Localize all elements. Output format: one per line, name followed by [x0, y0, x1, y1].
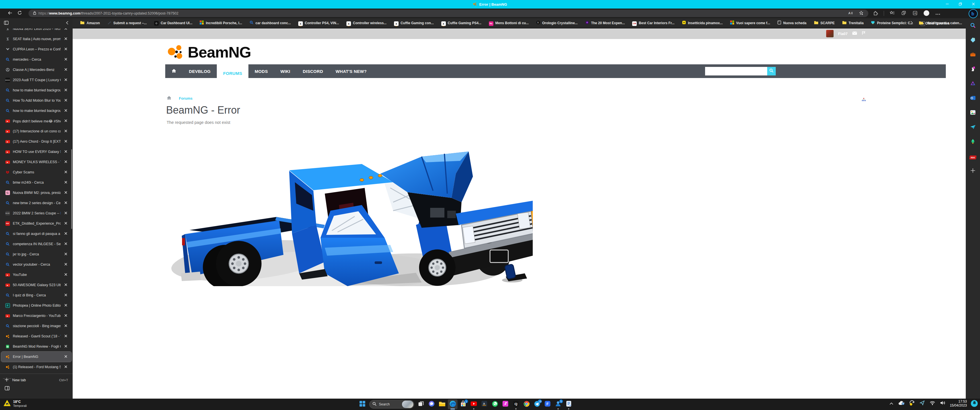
bookmark-item[interactable]: Nc Mens Bottoni di cu... [489, 20, 529, 26]
taskbar-youtube[interactable] [469, 399, 479, 409]
taskbar-files[interactable]: F [543, 399, 552, 409]
taskbar-file-explorer[interactable] [437, 399, 447, 409]
favorites-icon[interactable] [889, 10, 896, 16]
close-tab-icon[interactable] [64, 78, 68, 82]
close-tab-icon[interactable] [64, 47, 68, 51]
sidebar-tab[interactable]: SEAT Italia | Auto nuove, promozi... [1, 34, 72, 44]
bookmark-item[interactable]: Amazon [80, 21, 100, 25]
bookmark-item[interactable]: car dashboard conc... [250, 21, 291, 25]
close-tab-icon[interactable] [64, 160, 68, 164]
sidebar-tab[interactable]: Cyber Scams [1, 167, 72, 177]
taskbar-search[interactable]: Search [369, 400, 414, 408]
close-tab-icon[interactable] [64, 68, 68, 72]
close-tab-icon[interactable] [64, 150, 68, 154]
sidebar-tab[interactable]: Error | BeamNG [1, 352, 72, 362]
other-favorites-button[interactable]: Other favorites [919, 21, 950, 26]
close-tab-icon[interactable] [64, 99, 68, 103]
tab-actions-icon[interactable] [4, 21, 8, 26]
nav-item[interactable]: DISCORD [297, 64, 329, 78]
sidebar-tab[interactable]: PDF ETK_Distilled_Experience_Progett... [1, 218, 72, 229]
close-tab-icon[interactable] [64, 221, 68, 226]
username[interactable]: Fla07 [838, 32, 848, 36]
taskbar-amazon[interactable]: a [479, 399, 489, 409]
sidebar-tab[interactable]: competenza IN INLGESE - Search... [1, 239, 72, 249]
close-tab-icon[interactable] [64, 140, 68, 144]
bookmark-item[interactable]: Vuoi sapere come f... [730, 21, 770, 25]
bookmark-item[interactable]: Trenitalia [842, 21, 864, 25]
close-tab-icon[interactable] [64, 324, 68, 328]
collapse-pane-icon[interactable] [66, 21, 68, 26]
start-button[interactable] [358, 399, 367, 409]
sidebar-drop[interactable] [969, 124, 977, 131]
bookmark-item[interactable]: CB Best Car Interiors Fr... [632, 20, 674, 26]
close-tab-icon[interactable] [64, 252, 68, 256]
sidebar-tab[interactable]: P Photopea | Online Photo Editor [1, 300, 72, 311]
bookmark-item[interactable]: a‿ Controller PS4, VIN... [298, 21, 339, 26]
sidebar-add-to-sidebar[interactable] [969, 167, 977, 175]
sidebar-tab[interactable]: I quiz di Bing - Cerca [1, 290, 72, 300]
sidebar-tab[interactable]: ▶ MONEY TALKS WIRELESS - YouTu... [1, 157, 72, 167]
close-button[interactable] [967, 0, 980, 8]
minimize-button[interactable] [941, 0, 954, 8]
sidebar-tab[interactable]: USE Gavril Scout ('18 - '24) [1, 372, 72, 372]
close-tab-icon[interactable] [64, 191, 68, 195]
refresh-button[interactable] [15, 10, 24, 17]
bookmark-item[interactable]: Nuova scheda [778, 21, 806, 25]
extensions-icon[interactable] [872, 10, 878, 16]
sidebar-tab[interactable]: si fanno gli auguri di pasqua a u... [1, 229, 72, 239]
close-tab-icon[interactable] [64, 37, 68, 41]
sidebar-tab[interactable]: (1) Released - Ford Mustang S55... [1, 362, 72, 372]
sidebar-search[interactable] [969, 22, 977, 30]
sidebar-tab[interactable]: how to make blurried backgroun... [1, 106, 72, 116]
taskbar-task-view[interactable] [416, 399, 426, 409]
sidebar-tab[interactable]: BeamNG Mod Review - Fogli Goo... [1, 342, 72, 352]
close-tab-icon[interactable] [64, 304, 68, 308]
sidebar-tab[interactable]: CUPRA Leon – Prezzo e Configur... [1, 44, 72, 54]
weather-widget[interactable]: 18°C Temporali [3, 400, 27, 408]
sidebar-tab[interactable]: bmw m240i - Cerca [1, 177, 72, 188]
location-icon[interactable] [919, 400, 925, 407]
tray-overflow-icon[interactable] [888, 400, 894, 407]
bookmark-item[interactable]: a‿ Controller wireless... [347, 21, 387, 26]
restore-button[interactable] [954, 0, 967, 8]
inbox-icon[interactable] [852, 31, 857, 36]
close-tab-icon[interactable] [64, 88, 68, 92]
add-favorite-icon[interactable] [858, 10, 864, 16]
sidebar-tab[interactable]: vector youtuber - Cerca [1, 259, 72, 270]
forum-search-button[interactable] [767, 67, 776, 75]
beamng-logo[interactable]: BeamNG [167, 43, 251, 62]
close-tab-icon[interactable] [64, 334, 68, 338]
quick-navigation-icon[interactable] [862, 97, 866, 103]
notification-bell-icon[interactable] [971, 400, 978, 407]
taskbar-clock[interactable]: 17:53 15/04/2023 [950, 399, 967, 407]
bookmark-item[interactable]: The 20 Most Expen... [585, 21, 625, 25]
taskbar-microsoft-store[interactable]: 1 [458, 399, 468, 409]
alerts-flag-icon[interactable] [862, 31, 865, 36]
sidebar-tab[interactable]: G Nuova BMW M2: prova, prestazio... [1, 188, 72, 198]
sidebar-tab[interactable]: ▶ (17) Aero Chord - Drop It [EXTRE... [1, 137, 72, 147]
nav-item[interactable]: DEVBLOG [183, 64, 217, 78]
sidebar-tab[interactable]: ▶ HOW TO use EVERY Galaxy S23 c... [1, 147, 72, 157]
taskbar-whatsapp[interactable] [490, 399, 500, 409]
close-tab-icon[interactable] [64, 314, 68, 318]
collections-icon[interactable] [900, 10, 907, 16]
sidebar-tab[interactable]: ▶ Pops didn't believe me😂 #Shor... [1, 116, 72, 126]
bookmark-item[interactable]: S Orologio Crystalline... [536, 21, 578, 25]
sidebar-games[interactable] [969, 66, 977, 73]
taskbar-forza[interactable] [501, 399, 510, 409]
close-tab-icon[interactable] [64, 345, 68, 349]
taskbar-telegram[interactable]: 19 [532, 399, 542, 409]
sidebar-shopping[interactable] [969, 37, 977, 44]
close-tab-icon[interactable] [64, 57, 68, 62]
bookmark-item[interactable]: Proteine Semplici: C... [871, 21, 913, 25]
bookmark-item[interactable]: a‿ Cuffie Gaming con... [394, 21, 434, 26]
close-tab-icon[interactable] [64, 129, 68, 133]
sidebar-tab[interactable]: stazione peccioli - Bing images [1, 321, 72, 331]
close-tab-icon[interactable] [64, 273, 68, 277]
close-tab-icon[interactable] [64, 201, 68, 205]
sidebar-grow[interactable] [969, 138, 977, 146]
sidebar-tools[interactable] [969, 51, 977, 59]
bookmark-item[interactable]: Submit a request –... [107, 21, 147, 25]
bookmark-item[interactable]: Insetticida pinamox... [682, 21, 723, 25]
nav-item[interactable]: MODS [248, 64, 274, 78]
